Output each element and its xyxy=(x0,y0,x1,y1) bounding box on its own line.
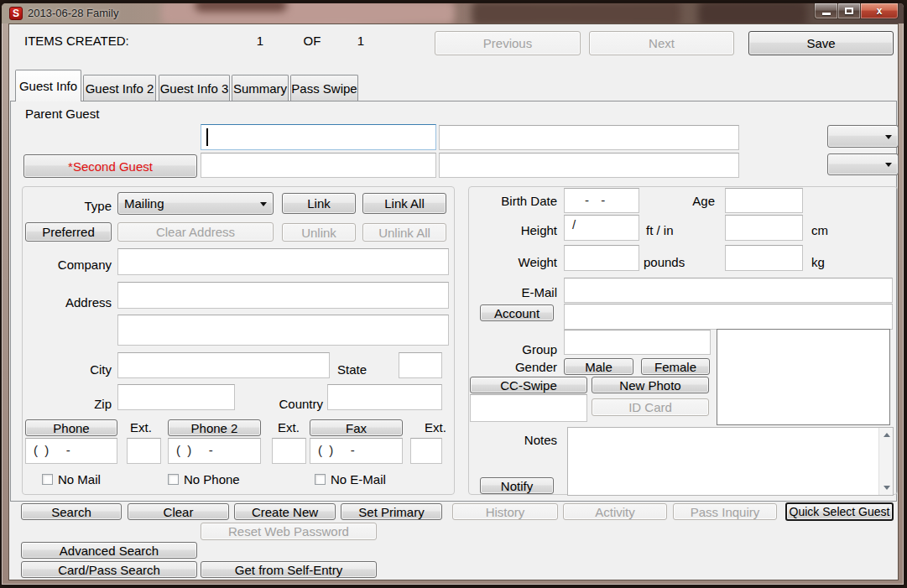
create-new-button[interactable]: Create New xyxy=(234,503,336,520)
group-input[interactable] xyxy=(564,330,711,355)
phone-ext-input[interactable] xyxy=(127,438,161,464)
tab-guest-info[interactable]: Guest Info xyxy=(15,70,81,101)
text-caret xyxy=(206,128,208,146)
fax-input[interactable]: ( ) - xyxy=(310,438,403,464)
ext-label-1: Ext. xyxy=(130,420,152,434)
female-button[interactable]: Female xyxy=(641,358,710,375)
address-label: Address xyxy=(26,295,112,310)
ft-in-label: ft / in xyxy=(646,223,674,237)
reset-web-password-button[interactable]: Reset Web Password xyxy=(201,523,377,540)
salute-dropdown-2[interactable] xyxy=(827,154,899,175)
chevron-down-icon xyxy=(885,135,892,139)
weight-input[interactable] xyxy=(564,245,639,271)
quick-select-guest-button[interactable]: Quick Select Guest xyxy=(785,502,894,521)
notify-button[interactable]: Notify xyxy=(480,477,554,494)
zip-input[interactable] xyxy=(117,384,235,410)
address-type-dropdown[interactable]: Mailing xyxy=(117,192,274,215)
notes-label: Notes xyxy=(473,433,557,447)
window-title: 2013-06-28 Family xyxy=(28,7,118,19)
phone2-ext-input[interactable] xyxy=(272,438,306,464)
maximize-button[interactable] xyxy=(838,3,861,19)
cc-swipe-input[interactable] xyxy=(470,394,587,422)
tab-guest-info-3[interactable]: Guest Info 3 xyxy=(159,75,230,101)
card-pass-search-button[interactable]: Card/Pass Search xyxy=(21,561,197,578)
cm-label: cm xyxy=(811,223,828,237)
minimize-button[interactable] xyxy=(814,3,838,19)
scroll-down-icon[interactable] xyxy=(879,481,894,495)
history-button[interactable]: History xyxy=(452,503,558,520)
titlebar-reflection xyxy=(472,3,681,23)
clear-address-button[interactable]: Clear Address xyxy=(117,222,274,242)
items-created-label: ITEMS CREATED: xyxy=(24,34,129,48)
city-label: City xyxy=(26,362,112,377)
fax-button[interactable]: Fax xyxy=(310,419,403,436)
link-button[interactable]: Link xyxy=(282,193,356,214)
previous-button[interactable]: Previous xyxy=(435,31,581,55)
tab-summary[interactable]: Summary xyxy=(232,75,289,101)
height-label: Height xyxy=(473,223,557,237)
id-card-button[interactable]: ID Card xyxy=(592,398,709,416)
phone-input[interactable]: ( ) - xyxy=(25,438,117,464)
scroll-up-icon[interactable] xyxy=(879,428,894,442)
items-created-of-label: OF xyxy=(300,34,325,48)
city-input[interactable] xyxy=(117,352,330,378)
close-button[interactable]: x xyxy=(861,3,899,19)
country-input[interactable] xyxy=(327,384,442,410)
weight-label: Weight xyxy=(473,255,557,269)
tab-pass-swipe[interactable]: Pass Swipe xyxy=(290,75,358,101)
male-button[interactable]: Male xyxy=(564,358,633,375)
weight-kg-input[interactable] xyxy=(725,245,803,271)
next-button[interactable]: Next xyxy=(589,31,734,55)
second-guest-button[interactable]: *Second Guest xyxy=(23,154,197,178)
no-mail-checkbox[interactable] xyxy=(42,474,53,485)
birth-date-input[interactable]: - - xyxy=(564,188,639,213)
unlink-button[interactable]: Unlink xyxy=(282,223,356,242)
ext-label-3: Ext. xyxy=(425,420,446,434)
activity-button[interactable]: Activity xyxy=(563,503,667,520)
first-name-input[interactable] xyxy=(201,124,436,150)
phone2-input[interactable]: ( ) - xyxy=(168,438,261,464)
address-line2-input[interactable] xyxy=(117,315,449,346)
tab-guest-info-2[interactable]: Guest Info 2 xyxy=(83,75,156,101)
second-last-name-input[interactable] xyxy=(439,153,739,178)
get-from-self-entry-button[interactable]: Get from Self-Entry xyxy=(201,561,377,578)
search-button[interactable]: Search xyxy=(21,503,122,520)
unlink-all-button[interactable]: Unlink All xyxy=(362,223,446,242)
phone2-button[interactable]: Phone 2 xyxy=(168,419,261,436)
save-button[interactable]: Save xyxy=(748,31,894,55)
advanced-search-button[interactable]: Advanced Search xyxy=(21,542,197,559)
second-first-name-input[interactable] xyxy=(201,153,436,178)
company-input[interactable] xyxy=(117,248,449,275)
email-input[interactable] xyxy=(564,278,893,303)
notes-scrollbar[interactable] xyxy=(878,428,893,495)
height-cm-input[interactable] xyxy=(725,215,803,241)
state-input[interactable] xyxy=(399,352,442,378)
set-primary-button[interactable]: Set Primary xyxy=(341,503,442,520)
preferred-button[interactable]: Preferred xyxy=(25,222,112,242)
cc-swipe-button[interactable]: CC-Swipe xyxy=(470,377,587,393)
last-name-input[interactable] xyxy=(439,125,739,150)
no-phone-checkbox[interactable] xyxy=(168,474,179,485)
phone-button[interactable]: Phone xyxy=(25,419,117,436)
gender-label: Gender xyxy=(473,360,557,374)
fax-mask: ( ) - xyxy=(318,443,357,457)
age-input[interactable] xyxy=(725,188,803,213)
link-all-button[interactable]: Link All xyxy=(362,193,446,214)
height-input[interactable]: / xyxy=(564,215,639,241)
app-window: S 2013-06-28 Family x ITEMS CREATED: 1 O… xyxy=(1,3,904,585)
no-email-checkbox[interactable] xyxy=(315,474,326,485)
salute-dropdown-1[interactable] xyxy=(827,125,899,148)
chevron-down-icon xyxy=(260,202,267,206)
clear-button[interactable]: Clear xyxy=(128,503,229,520)
pass-inquiry-button[interactable]: Pass Inquiry xyxy=(673,503,777,520)
fax-ext-input[interactable] xyxy=(410,438,442,464)
new-photo-button[interactable]: New Photo xyxy=(592,377,709,393)
account-input[interactable] xyxy=(564,304,893,330)
items-created-total: 1 xyxy=(348,34,373,48)
title-bar[interactable]: S 2013-06-28 Family xyxy=(2,3,904,23)
account-button[interactable]: Account xyxy=(480,304,554,321)
items-created-current: 1 xyxy=(248,34,273,48)
address-line1-input[interactable] xyxy=(117,282,449,309)
notes-textarea[interactable] xyxy=(567,427,894,496)
no-phone-label: No Phone xyxy=(184,472,240,487)
